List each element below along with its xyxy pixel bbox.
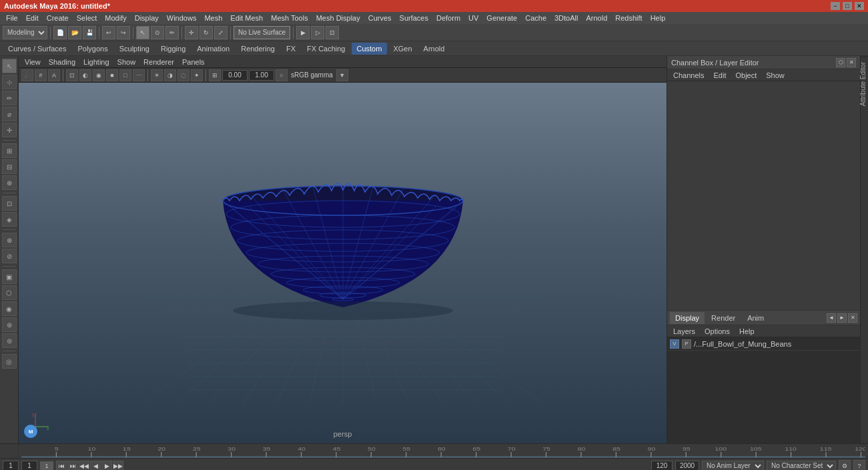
attr-editor-tab[interactable]: Attribute Editor bbox=[861, 56, 868, 111]
display-tab[interactable]: Display bbox=[670, 312, 705, 324]
layer-p-btn[interactable]: P bbox=[682, 339, 691, 349]
renderer-menu[interactable]: Renderer bbox=[140, 57, 177, 67]
current-frame-input[interactable] bbox=[21, 461, 37, 471]
start-frame-input[interactable] bbox=[3, 461, 19, 471]
anim-layer-dropdown[interactable]: No Anim Layer bbox=[702, 461, 764, 471]
save-scene-btn[interactable]: 💾 bbox=[83, 26, 96, 39]
step-fwd-btn[interactable]: ▶▶ bbox=[113, 461, 123, 471]
menu-item-windows[interactable]: Windows bbox=[163, 13, 200, 23]
misc-left-2[interactable]: ⬡ bbox=[2, 285, 17, 300]
ipr-btn[interactable]: ▷ bbox=[311, 26, 324, 39]
menu-item-3dtoall[interactable]: 3DtoAll bbox=[551, 13, 581, 23]
menu-item-modify[interactable]: Modify bbox=[101, 13, 129, 23]
shading-menu[interactable]: Shading bbox=[45, 57, 79, 67]
custom-tab-rendering[interactable]: Rendering bbox=[236, 43, 280, 55]
options-menu[interactable]: Options bbox=[701, 327, 733, 336]
lasso-tool-btn[interactable]: ⊙ bbox=[151, 26, 164, 39]
lasso-left[interactable]: ⌀ bbox=[2, 107, 17, 121]
menu-item-curves[interactable]: Curves bbox=[365, 13, 395, 23]
help-menu[interactable]: Help bbox=[736, 327, 758, 336]
menu-item-deform[interactable]: Deform bbox=[433, 13, 464, 23]
vp-detail-btn[interactable]: ✦ bbox=[191, 69, 203, 81]
layer-visibility-btn[interactable]: V bbox=[670, 339, 679, 349]
vp-colorspace-dropdown[interactable]: ▼ bbox=[336, 69, 348, 81]
lighting-menu[interactable]: Lighting bbox=[80, 57, 113, 67]
paint-tool-btn[interactable]: ✏ bbox=[165, 26, 179, 39]
custom-tab-polygons[interactable]: Polygons bbox=[72, 43, 113, 55]
show-menu-cb[interactable]: Show bbox=[763, 71, 788, 80]
vp-flat-btn[interactable]: ■ bbox=[106, 69, 118, 81]
layer-item[interactable]: V P /...Full_Bowl_of_Mung_Beans bbox=[667, 337, 860, 351]
menu-item-mesh[interactable]: Mesh bbox=[201, 13, 226, 23]
play-fwd-btn[interactable]: ▶ bbox=[101, 461, 112, 471]
paint-select-left[interactable]: ✏ bbox=[2, 91, 17, 105]
panels-menu[interactable]: Panels bbox=[179, 57, 208, 67]
misc-left-4[interactable]: ⊛ bbox=[2, 317, 17, 332]
display-render-btn[interactable]: ⊡ bbox=[326, 26, 339, 39]
vp-lighting-btn[interactable]: ☀ bbox=[151, 69, 163, 81]
vp-colorspace-toggle[interactable]: ○ bbox=[276, 69, 288, 81]
custom-tab-fx-caching[interactable]: FX Caching bbox=[302, 43, 350, 55]
custom-tab-custom[interactable]: Custom bbox=[352, 43, 388, 55]
snap-curve-left[interactable]: ⊟ bbox=[2, 159, 17, 174]
custom-tab-arnold[interactable]: Arnold bbox=[418, 43, 450, 55]
menu-item-arnold[interactable]: Arnold bbox=[582, 13, 610, 23]
view-menu[interactable]: View bbox=[21, 57, 44, 67]
menu-item-surfaces[interactable]: Surfaces bbox=[396, 13, 432, 23]
xform-left[interactable]: ⊗ bbox=[2, 233, 17, 247]
display-mode-left[interactable]: ⊡ bbox=[2, 196, 17, 211]
select-tool-btn[interactable]: ↖ bbox=[136, 26, 149, 39]
vp-shadow-btn[interactable]: ◑ bbox=[164, 69, 176, 81]
vp-points-btn[interactable]: ⋯ bbox=[133, 69, 145, 81]
custom-tab-xgen[interactable]: XGen bbox=[388, 43, 417, 55]
menu-item-mesh-tools[interactable]: Mesh Tools bbox=[268, 13, 311, 23]
vp-aa-btn[interactable]: A bbox=[48, 69, 60, 81]
snap-grid-left[interactable]: ⊞ bbox=[2, 143, 17, 158]
menu-item-edit[interactable]: Edit bbox=[23, 13, 42, 23]
vertex-tool-left[interactable]: ⊹ bbox=[2, 75, 17, 89]
vp-grid-btn[interactable]: # bbox=[35, 69, 47, 81]
vp-xray-btn[interactable]: ◌ bbox=[177, 69, 189, 81]
layers-menu[interactable]: Layers bbox=[670, 327, 699, 336]
menu-item-display[interactable]: Display bbox=[131, 13, 162, 23]
scale-tool-btn[interactable]: ⤢ bbox=[214, 26, 228, 39]
menu-item-select[interactable]: Select bbox=[73, 13, 101, 23]
anim-tab[interactable]: Anim bbox=[742, 312, 769, 324]
close-button[interactable]: ✕ bbox=[855, 2, 864, 10]
move-tool-btn[interactable]: ✛ bbox=[185, 26, 198, 39]
menu-item-cache[interactable]: Cache bbox=[522, 13, 550, 23]
undo-btn[interactable]: ↩ bbox=[102, 26, 115, 39]
misc-left-5[interactable]: ⊜ bbox=[2, 333, 17, 348]
misc-left-3[interactable]: ◉ bbox=[2, 301, 17, 316]
menu-item-file[interactable]: File bbox=[3, 13, 21, 23]
layer-close[interactable]: ✕ bbox=[848, 313, 857, 323]
vp-value2-input[interactable] bbox=[249, 70, 274, 81]
minimize-button[interactable]: − bbox=[831, 2, 840, 10]
viewport-canvas[interactable]: x y M persp bbox=[19, 83, 667, 443]
snap-point-left[interactable]: ⊕ bbox=[2, 175, 17, 190]
character-set-dropdown[interactable]: No Character Set bbox=[767, 461, 836, 471]
custom-tab-curves--surfaces[interactable]: Curves / Surfaces bbox=[3, 43, 71, 55]
custom-tab-sculpting[interactable]: Sculpting bbox=[114, 43, 155, 55]
render-btn[interactable]: ▶ bbox=[296, 26, 310, 39]
max-frame-input[interactable] bbox=[675, 461, 699, 471]
menu-item-generate[interactable]: Generate bbox=[483, 13, 520, 23]
preferences-btn[interactable]: ⚙ bbox=[839, 460, 851, 471]
end-frame-display[interactable] bbox=[651, 461, 673, 471]
select-tool-left[interactable]: ↖ bbox=[2, 59, 17, 73]
maximize-button[interactable]: □ bbox=[843, 2, 852, 10]
layer-arrow-left[interactable]: ◄ bbox=[827, 313, 836, 323]
edit-menu[interactable]: Edit bbox=[710, 71, 729, 80]
vp-shaded-btn[interactable]: ◐ bbox=[79, 69, 91, 81]
rotate-tool-btn[interactable]: ↻ bbox=[199, 26, 213, 39]
custom-tab-animation[interactable]: Animation bbox=[191, 43, 235, 55]
menu-item-edit-mesh[interactable]: Edit Mesh bbox=[227, 13, 266, 23]
menu-item-mesh-display[interactable]: Mesh Display bbox=[313, 13, 364, 23]
vp-camera-btn[interactable]: 🎥 bbox=[21, 69, 33, 81]
timeline-ruler[interactable]: 5 10 15 20 25 30 35 40 45 bbox=[19, 444, 868, 458]
open-scene-btn[interactable]: 📂 bbox=[68, 26, 81, 39]
vp-iso-btn[interactable]: ⊞ bbox=[209, 69, 221, 81]
step-back-btn[interactable]: ◀◀ bbox=[79, 461, 89, 471]
menu-item-create[interactable]: Create bbox=[43, 13, 72, 23]
menu-item-help[interactable]: Help bbox=[647, 13, 669, 23]
